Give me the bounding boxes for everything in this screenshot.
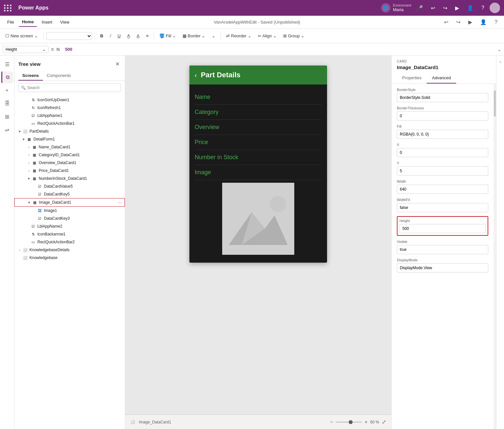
border-button[interactable]: ▦ Border ⌄ <box>180 32 208 40</box>
canvas-footer: ⬜ Image_DataCard1 − + 60 % ⤢ <box>125 415 391 429</box>
menu-view[interactable]: View <box>57 18 73 27</box>
toolbar-separator-2 <box>95 32 95 40</box>
new-screen-button[interactable]: ☐ New screen ⌄ <box>3 32 41 40</box>
user-avatar[interactable] <box>490 3 500 13</box>
tab-components[interactable]: Components <box>43 71 75 81</box>
scrollbar-thumb[interactable] <box>494 90 496 117</box>
connections-icon[interactable]: ⇌ <box>1 124 13 136</box>
zoom-controls: − + 60 % ⤢ <box>330 419 386 425</box>
expand-button[interactable]: ⤢ <box>382 419 386 425</box>
tree-item-DataCardValue5[interactable]: ☑ DataCardValue5 <box>14 182 125 190</box>
item-menu-Image_DataCard1[interactable]: ··· <box>118 200 122 205</box>
italic-button[interactable]: / <box>107 32 114 40</box>
property-selector[interactable]: Height ⌄ <box>3 46 48 53</box>
tree-item-Knowledgebase[interactable]: ⬜ Knowledgebase <box>14 254 125 262</box>
new-screen-chevron: ⌄ <box>34 33 38 38</box>
hamburger-icon[interactable]: ☰ <box>1 58 13 70</box>
tree-item-PartDetails[interactable]: ▼ ⬜ PartDetails <box>14 127 125 135</box>
menu-insert[interactable]: Insert <box>38 18 56 27</box>
waffle-icon[interactable] <box>4 5 12 11</box>
right-panel-nav[interactable]: › <box>496 56 504 429</box>
undo-button[interactable]: ↩ <box>430 4 436 12</box>
tree-item-KnowledgebaseDetails[interactable]: › ⬜ KnowledgebaseDetails <box>14 246 125 254</box>
zoom-minus-button[interactable]: − <box>330 419 333 425</box>
tree-item-Image1[interactable]: 🖼 Image1 <box>14 207 125 214</box>
redo-button[interactable]: ↪ <box>442 4 449 12</box>
formula-input[interactable] <box>63 47 495 52</box>
prop-DisplayMode: DisplayMode <box>397 258 488 272</box>
help-menu-btn[interactable]: ? <box>492 18 500 27</box>
tree-item-DetailForm1[interactable]: ▼ ▦ DetailForm1 <box>14 135 125 143</box>
chevron-down-button[interactable]: ⌄ <box>209 32 218 40</box>
menu-file[interactable]: File <box>4 18 17 27</box>
tree-item-IconSortUpDown1[interactable]: ⇅ IconSortUpDown1 <box>14 96 125 104</box>
tree-item-NumberInStock_DataCard1[interactable]: ▼ ▦ NumberInStock_DataCard1 <box>14 175 125 182</box>
input-BorderStyle[interactable] <box>397 93 488 102</box>
input-X[interactable] <box>397 148 488 157</box>
align-pos-button[interactable]: ⇐ Align ⌄ <box>255 32 279 40</box>
bold-button[interactable]: B <box>98 32 106 40</box>
fill-button[interactable]: 🪣 Fill ⌄ <box>157 32 179 40</box>
group-button[interactable]: ⊞ Group ⌄ <box>281 32 307 40</box>
input-DisplayMode[interactable] <box>397 263 488 272</box>
tree-item-IconRefresh1[interactable]: ↻ IconRefresh1 <box>14 104 125 112</box>
layers-icon[interactable]: ⧉ <box>1 71 13 83</box>
mic-button[interactable]: 🎤 <box>415 4 424 12</box>
undo-menu-btn[interactable]: ↩ <box>441 18 451 27</box>
tab-properties[interactable]: Properties <box>397 73 427 84</box>
icon-RectQuickActionBar1: ▭ <box>30 121 36 126</box>
chevron-NumberInStock_DataCard1: ▼ <box>26 177 31 180</box>
tree-item-CategoryID_DataCard1[interactable]: › ▦ CategoryID_DataCard1 <box>14 151 125 159</box>
user-button[interactable]: 👤 <box>466 4 475 12</box>
tree-close-button[interactable]: ✕ <box>114 60 121 68</box>
play-button[interactable]: ▶ <box>454 4 460 12</box>
icon-LblAppName2: ☑ <box>30 223 36 229</box>
reorder-button[interactable]: ⇄ Reorder ⌄ <box>223 32 254 40</box>
topbar-actions: 🎤 ↩ ↪ ▶ 👤 ? <box>415 4 486 12</box>
tree-item-RectQuickActionBar1[interactable]: ▭ RectQuickActionBar1 <box>14 120 125 127</box>
input-Width[interactable] <box>397 185 488 194</box>
label-Fill: Fill <box>397 124 488 128</box>
tree-item-Overview_DataCard1[interactable]: › ▦ Overview_DataCard1 <box>14 159 125 167</box>
tree-item-Image_DataCard1[interactable]: ▼ ▦ Image_DataCard1 ··· <box>14 198 125 207</box>
menu-home[interactable]: Home <box>19 17 37 27</box>
app-preview-title: Part Details <box>201 71 241 79</box>
tree-item-DataCardKey3[interactable]: ☑ DataCardKey3 <box>14 214 125 222</box>
tree-item-LblAppName2[interactable]: ☑ LblAppName2 <box>14 222 125 230</box>
search-input[interactable] <box>18 84 121 92</box>
user-menu-btn[interactable]: 👤 <box>477 18 489 27</box>
input-Y[interactable] <box>397 166 488 176</box>
input-Height[interactable] <box>399 224 486 233</box>
input-WidthFit[interactable] <box>397 203 488 212</box>
prop-Height: Height <box>397 216 488 236</box>
tree-item-RectQuickActionBar2[interactable]: ▭ RectQuickActionBar2 <box>14 238 125 246</box>
zoom-plus-button[interactable]: + <box>364 419 367 425</box>
help-button[interactable]: ? <box>480 4 486 12</box>
strikethrough-button[interactable]: A̲ <box>125 32 133 40</box>
label-WidthFit: WidthFit <box>397 198 488 202</box>
tree-item-LblAppName1[interactable]: ☑ LblAppName1 <box>14 112 125 120</box>
add-icon[interactable]: + <box>1 84 13 96</box>
input-Fill[interactable] <box>397 130 488 139</box>
input-Visible[interactable] <box>397 245 488 254</box>
variables-icon[interactable]: ⊞ <box>1 111 13 122</box>
tab-advanced[interactable]: Advanced <box>427 73 456 84</box>
tree-item-Name_DataCard1[interactable]: › ▦ Name_DataCard1 <box>14 143 125 151</box>
tree-item-DataCardKey5[interactable]: ☑ DataCardKey5 <box>14 190 125 198</box>
tree-item-Price_DataCard1[interactable]: › ▦ Price_DataCard1 <box>14 167 125 175</box>
formula-chevron[interactable]: ⌄ <box>497 47 501 52</box>
svg-point-3 <box>270 196 286 212</box>
font-color-button[interactable]: A <box>134 32 142 40</box>
play-menu-btn[interactable]: ▶ <box>466 18 475 27</box>
redo-menu-btn[interactable]: ↪ <box>454 18 463 27</box>
tab-screens[interactable]: Screens <box>18 71 43 81</box>
input-BorderThickness[interactable] <box>397 111 488 121</box>
font-dropdown[interactable] <box>46 32 92 40</box>
database-icon[interactable]: 🗄 <box>1 98 13 109</box>
align-button[interactable]: ≡ <box>144 32 151 40</box>
underline-button[interactable]: U <box>115 32 123 40</box>
mountain-svg <box>222 183 294 255</box>
tree-tabs: Screens Components <box>14 68 125 81</box>
zoom-slider[interactable] <box>336 421 362 423</box>
tree-item-IconBackarrow1[interactable]: ⇅ IconBackarrow1 <box>14 230 125 238</box>
